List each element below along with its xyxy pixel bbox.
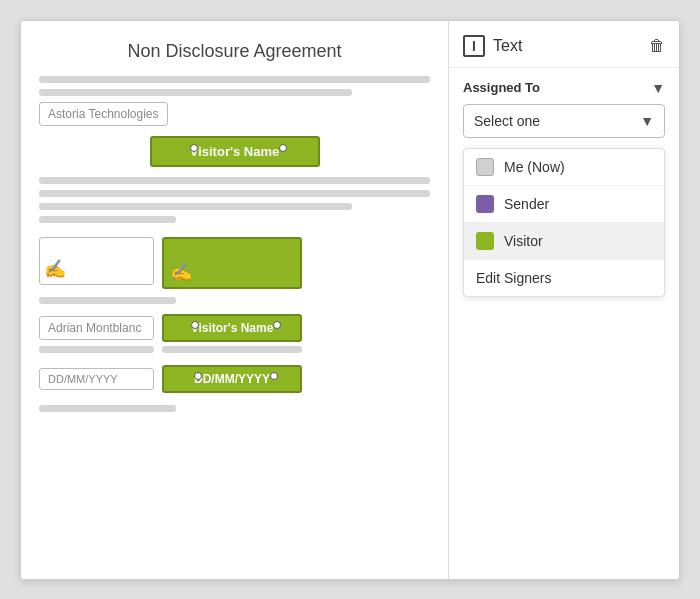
- text-line-2: [39, 89, 352, 96]
- text-icon-label: I: [472, 38, 476, 54]
- select-one-dropdown[interactable]: Select one ▼: [463, 104, 665, 138]
- assigned-to-chevron[interactable]: ▼: [651, 80, 665, 96]
- panel-body: Assigned To ▼ Select one ▼ Me (Now) Send…: [449, 68, 679, 309]
- sender-label: Sender: [504, 196, 549, 212]
- panel-header-left: I Text: [463, 35, 522, 57]
- sig-icon-green: ✍: [170, 261, 192, 283]
- text-line-3: [39, 177, 430, 184]
- text-line-9: [162, 346, 302, 353]
- visitor-swatch: [476, 232, 494, 250]
- signature-row: ✍ ✍: [39, 237, 430, 289]
- date-label-green: DD/MM/YYYY: [194, 372, 270, 386]
- date-field-left[interactable]: DD/MM/YYYY: [39, 368, 154, 390]
- text-line-10: [39, 405, 176, 412]
- document-panel: Non Disclosure Agreement Astoria Technol…: [21, 21, 449, 579]
- option-sender[interactable]: Sender: [464, 186, 664, 222]
- visitor-name-label-1: Visitor's Name: [190, 144, 280, 159]
- name-row: Adrian Montblanc Visitor's Name: [39, 314, 430, 342]
- main-container: Non Disclosure Agreement Astoria Technol…: [20, 20, 680, 580]
- select-chevron-icon: ▼: [640, 113, 654, 129]
- trash-icon[interactable]: 🗑: [649, 37, 665, 55]
- right-panel: I Text 🗑 Assigned To ▼ Select one ▼ Me: [449, 21, 679, 579]
- signer-name-field[interactable]: Adrian Montblanc: [39, 316, 154, 340]
- visitor-name-label-2: Visitor's Name: [191, 321, 274, 335]
- option-me[interactable]: Me (Now): [464, 149, 664, 185]
- text-line-4: [39, 190, 430, 197]
- assigned-to-label: Assigned To: [463, 80, 540, 95]
- me-swatch: [476, 158, 494, 176]
- row-company: Astoria Technologies: [39, 102, 430, 126]
- panel-header: I Text 🗑: [449, 21, 679, 68]
- dropdown-options: Me (Now) Sender Visitor Edit Signers: [463, 148, 665, 297]
- text-line-5: [39, 203, 352, 210]
- text-line-6: [39, 216, 176, 223]
- select-placeholder: Select one: [474, 113, 540, 129]
- sig-box-left[interactable]: ✍: [39, 237, 154, 285]
- text-line-7: [39, 297, 176, 304]
- edit-signers-option[interactable]: Edit Signers: [464, 260, 664, 296]
- sig-box-green[interactable]: ✍: [162, 237, 302, 289]
- edit-signers-label: Edit Signers: [476, 270, 551, 286]
- company-field[interactable]: Astoria Technologies: [39, 102, 168, 126]
- visitor-label: Visitor: [504, 233, 543, 249]
- date-row: DD/MM/YYYY DD/MM/YYYY: [39, 365, 430, 393]
- date-field-green[interactable]: DD/MM/YYYY: [162, 365, 302, 393]
- text-line-8: [39, 346, 154, 353]
- sender-swatch: [476, 195, 494, 213]
- sig-icon-left: ✍: [44, 258, 66, 280]
- option-visitor[interactable]: Visitor: [464, 223, 664, 259]
- text-line-1: [39, 76, 430, 83]
- document-title: Non Disclosure Agreement: [39, 41, 430, 62]
- visitor-name-field-1[interactable]: Visitor's Name: [150, 136, 320, 167]
- text-icon: I: [463, 35, 485, 57]
- visitor-name-field-2[interactable]: Visitor's Name: [162, 314, 302, 342]
- assigned-to-row: Assigned To ▼: [463, 80, 665, 96]
- me-label: Me (Now): [504, 159, 565, 175]
- panel-title: Text: [493, 37, 522, 55]
